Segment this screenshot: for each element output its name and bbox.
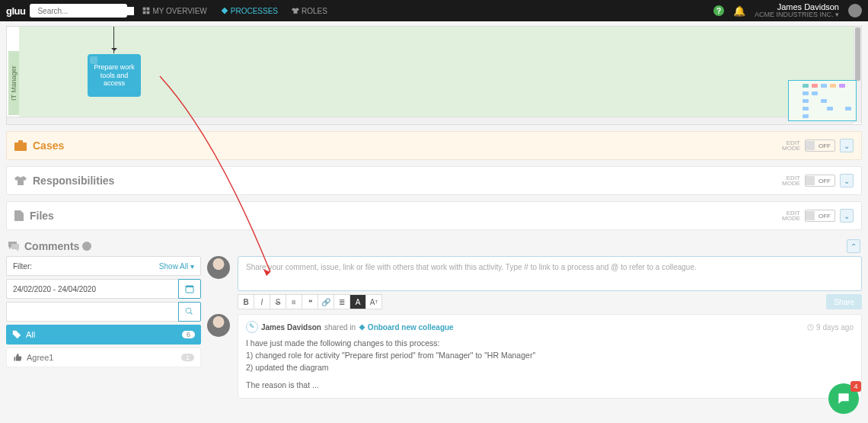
avatar[interactable] <box>848 4 862 18</box>
tag-icon <box>12 330 21 339</box>
comment-column: Share your comment, issue, link or file … <box>207 256 862 399</box>
chat-icon <box>836 391 851 406</box>
section-title: Files <box>30 210 54 222</box>
shirt-icon <box>292 7 299 14</box>
toggle-resp[interactable]: OFF <box>805 175 835 187</box>
tool-link[interactable]: 🔗 <box>318 294 334 309</box>
tool-size[interactable]: AT <box>365 294 382 309</box>
briefcase-icon <box>14 140 27 151</box>
filter-search-input[interactable] <box>6 302 178 322</box>
svg-rect-1 <box>147 8 150 11</box>
shirt-icon <box>14 175 27 186</box>
nav-right: ? 🔔 James Davidson ACME INDUSTRIES INC. … <box>713 3 862 18</box>
tag-count: 1 <box>181 354 194 361</box>
chevron-down-icon[interactable]: ⌄ <box>840 209 854 223</box>
avatar <box>207 314 230 337</box>
nav-label: ROLES <box>302 7 327 15</box>
section-responsibilities[interactable]: Responsibilities EDIT MODE OFF ⌄ <box>6 166 862 195</box>
search-input-wrap[interactable] <box>30 4 127 18</box>
filters-column: Filter: Show All ▾ 24/02/2020 - 24/04/20… <box>6 256 201 399</box>
chevron-up-icon[interactable]: ⌃ <box>847 239 860 253</box>
user-menu[interactable]: James Davidson ACME INDUSTRIES INC. ▾ <box>755 3 839 18</box>
filter-dropdown[interactable]: Filter: Show All ▾ <box>6 256 201 276</box>
date-range-input[interactable]: 24/02/2020 - 24/04/2020 <box>6 279 178 299</box>
svg-rect-0 <box>143 8 146 11</box>
comment-time: 9 days ago <box>807 322 854 333</box>
clock-icon <box>807 324 814 331</box>
avatar <box>207 256 230 279</box>
edit-mode-label: EDIT MODE <box>782 210 800 221</box>
tag-all[interactable]: All 6 <box>6 325 201 344</box>
comment-body: I have just made the following changes t… <box>246 338 854 392</box>
scroll-thumb[interactable] <box>855 27 860 81</box>
search-icon <box>185 307 194 316</box>
svg-rect-3 <box>147 11 150 14</box>
search-input[interactable] <box>37 7 134 15</box>
filter-label: Filter: <box>13 262 32 271</box>
process-icon <box>221 7 228 14</box>
info-icon[interactable] <box>82 242 91 251</box>
comment-card: ✎ James Davidson shared in Onboard new c… <box>238 314 862 399</box>
tool-strike[interactable]: S <box>270 294 286 309</box>
toggle-files[interactable]: OFF <box>805 210 835 222</box>
task-card[interactable]: Prepare work tools and access <box>88 54 141 97</box>
chat-badge: 4 <box>850 381 861 392</box>
calendar-button[interactable] <box>178 279 201 299</box>
swimlane-label: IT Manager <box>8 51 19 115</box>
tool-list[interactable]: ≡ <box>286 294 302 309</box>
nav-roles[interactable]: ROLES <box>292 7 327 15</box>
comments-body: Filter: Show All ▾ 24/02/2020 - 24/04/20… <box>6 256 862 399</box>
minimap[interactable] <box>788 80 857 121</box>
tool-bold[interactable]: B <box>238 294 254 309</box>
user-org: ACME INDUSTRIES INC. ▾ <box>755 11 839 18</box>
shared-in-link[interactable]: Onboard new colleague <box>359 322 454 333</box>
tool-quote[interactable]: ❝ <box>302 294 318 309</box>
calendar-icon <box>185 284 194 293</box>
notifications-icon[interactable]: 🔔 <box>733 5 745 17</box>
help-button[interactable]: ? <box>713 5 724 16</box>
task-label: Prepare work tools and access <box>89 63 139 88</box>
nav-processes[interactable]: PROCESSES <box>221 7 278 15</box>
svg-rect-8 <box>186 286 193 287</box>
section-files[interactable]: Files EDIT MODE OFF ⌄ <box>6 201 862 230</box>
nav-label: PROCESSES <box>231 7 278 15</box>
edit-mode-label: EDIT MODE <box>782 140 800 151</box>
dashboard-icon <box>142 7 150 14</box>
show-all-link[interactable]: Show All ▾ <box>159 262 194 271</box>
comment-row: ✎ James Davidson shared in Onboard new c… <box>207 314 862 399</box>
nav-label: MY OVERVIEW <box>152 7 206 15</box>
shared-in-label: shared in <box>324 322 356 333</box>
thumbs-up-icon <box>13 353 22 362</box>
svg-rect-2 <box>143 11 146 14</box>
comment-author: James Davidson <box>261 322 321 333</box>
search-button[interactable] <box>178 302 201 322</box>
scrollbar-horizontal[interactable] <box>7 117 854 124</box>
svg-rect-5 <box>18 140 23 143</box>
section-title: Responsibilities <box>33 175 114 187</box>
tag-label: All <box>26 330 35 339</box>
tool-italic[interactable]: I <box>254 294 270 309</box>
nav-my-overview[interactable]: MY OVERVIEW <box>142 7 206 15</box>
top-nav: gluu MY OVERVIEW PROCESSES ROLES ? 🔔 Jam… <box>0 0 868 21</box>
section-comments-header: Comments ⌃ <box>6 236 862 256</box>
comments-icon <box>8 241 20 252</box>
swimlane-body[interactable] <box>19 27 861 117</box>
chevron-down-icon[interactable]: ⌄ <box>840 174 854 187</box>
toggle-cases[interactable]: OFF <box>805 139 835 152</box>
process-icon <box>359 324 365 331</box>
composer-row: Share your comment, issue, link or file … <box>207 256 862 309</box>
tag-agree[interactable]: Agree1 1 <box>6 348 201 367</box>
chat-button[interactable]: 4 <box>828 383 859 414</box>
section-cases[interactable]: Cases EDIT MODE OFF ⌄ <box>6 131 862 160</box>
tool-align[interactable]: ≣ <box>333 294 350 309</box>
chevron-down-icon[interactable]: ⌄ <box>840 139 854 152</box>
composer: Share your comment, issue, link or file … <box>238 256 862 309</box>
section-title: Comments <box>24 240 79 252</box>
flow-arrow-icon <box>113 27 114 53</box>
file-icon <box>14 210 24 221</box>
tool-color[interactable]: A <box>349 294 366 309</box>
comment-input[interactable]: Share your comment, issue, link or file … <box>238 256 862 291</box>
tag-label: Agree1 <box>27 353 53 362</box>
svg-rect-4 <box>14 143 27 151</box>
share-button[interactable]: Share <box>826 294 862 309</box>
